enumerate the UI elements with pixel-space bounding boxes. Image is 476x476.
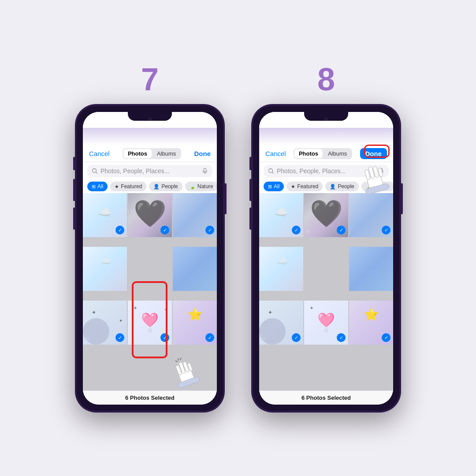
- toolbar-tabs-7: Photos Albums: [123, 148, 181, 159]
- toolbar-tabs-8: Photos Albums: [294, 148, 352, 159]
- sparkle-top-8: ✦: [309, 305, 314, 311]
- photo-cell-7-1[interactable]: ☁️ ✓: [83, 193, 127, 237]
- chip-featured-8[interactable]: ★ Featured: [286, 182, 323, 191]
- notch-8: [304, 112, 348, 121]
- heart-fav-8-2: ♡: [306, 229, 311, 235]
- chip-featured-label-7: Featured: [121, 183, 142, 190]
- done-button-7[interactable]: Done: [194, 150, 211, 157]
- photo-cell-7-2[interactable]: 🖤 ✓: [128, 193, 172, 237]
- toolbar-8: Cancel Photos Albums Done: [259, 145, 393, 162]
- star-icon-8: ★: [291, 184, 295, 190]
- chip-nature-label-7: Nature: [197, 183, 213, 190]
- photo-cell-8-3[interactable]: ✓: [349, 193, 393, 237]
- phone-screen-7: Cancel Photos Albums Done Photos: [83, 112, 217, 405]
- photo-cell-7-7[interactable]: 🩷 ✦ ✦ ☆ ✓: [128, 301, 172, 345]
- star-icon-7: ★: [115, 184, 119, 190]
- cancel-button-7[interactable]: Cancel: [89, 150, 110, 157]
- photo-cell-7-5[interactable]: [173, 247, 217, 291]
- sparkle-8-1: ✦: [268, 309, 272, 316]
- filter-chips-8: ⊞ All ★ Featured 👤 People 🍃: [259, 180, 393, 193]
- photos-selected-label-7: 6 Photos Selected: [125, 394, 175, 401]
- svg-line-16: [272, 172, 274, 174]
- photo-grid-8: ☁️ ✓ 🖤 ♡ ✓ ✓ ☁️: [259, 193, 393, 390]
- photo-cell-8-6[interactable]: ✦ ♡ ✓: [259, 301, 303, 345]
- search-bar-7[interactable]: Photos, People, Places...: [87, 165, 212, 177]
- select-badge-7-6: ✓: [115, 333, 124, 342]
- sparkle-right-7: ✦: [164, 307, 167, 312]
- person-icon-7: 👤: [153, 184, 160, 190]
- heart-pink-8: 🩷: [317, 312, 335, 328]
- select-badge-8-2: ✓: [337, 226, 346, 234]
- step-7-number: 7: [141, 63, 159, 95]
- phone-inner-8: Cancel Photos Albums Done Photos: [253, 106, 399, 411]
- tab-albums-8[interactable]: Albums: [324, 149, 351, 158]
- cloud-deco-7-1: ☁️: [98, 206, 112, 219]
- search-bar-8[interactable]: Photos, People, Places...: [264, 165, 389, 177]
- chip-people-label-7: People: [161, 183, 178, 190]
- photo-cell-7-4[interactable]: ☁️: [83, 247, 127, 291]
- phone-screen-8: Cancel Photos Albums Done Photos: [259, 112, 393, 405]
- chip-nature-7[interactable]: 🍃 Nature: [185, 182, 217, 191]
- select-badge-7-3: ✓: [205, 226, 214, 234]
- phone-frame-8: Cancel Photos Albums Done Photos: [251, 104, 401, 413]
- star-bottom-8: ☆: [324, 327, 329, 334]
- tab-photos-8[interactable]: Photos: [294, 149, 323, 158]
- chip-people-7[interactable]: 👤 People: [149, 182, 182, 191]
- chip-all-label-8: All: [274, 183, 279, 190]
- photos-selected-label-8: 6 Photos Selected: [301, 394, 351, 401]
- search-icon-7: [92, 168, 98, 174]
- chip-all-7[interactable]: ⊞ All: [87, 182, 108, 191]
- search-icon-8: [268, 168, 274, 174]
- select-badge-7-7: ✓: [160, 333, 169, 342]
- photo-cell-8-2[interactable]: 🖤 ♡ ✓: [304, 193, 348, 237]
- cloud-small-8: ☁️: [277, 256, 288, 266]
- photo-cell-8-5[interactable]: [349, 247, 393, 291]
- camera-dot-7: [148, 117, 152, 121]
- step-8-container: 8 Cancel: [251, 63, 401, 413]
- photo-cell-8-4[interactable]: ☁️: [259, 247, 303, 291]
- chip-nature-label-8: Nature: [374, 183, 390, 190]
- select-badge-8-6: ✓: [292, 333, 301, 342]
- chip-featured-7[interactable]: ★ Featured: [110, 182, 146, 191]
- top-deco-7: [83, 128, 217, 145]
- photo-cell-7-6[interactable]: ✦ ✦ ♡ ✓: [83, 301, 127, 345]
- phone-frame-7: Cancel Photos Albums Done Photos: [75, 104, 225, 413]
- grid-icon-7: ⊞: [92, 184, 96, 190]
- phone-7: Cancel Photos Albums Done Photos: [75, 104, 225, 413]
- done-button-8[interactable]: Done: [360, 148, 387, 159]
- chip-people-8[interactable]: 👤 People: [325, 182, 358, 191]
- step-7-container: 7 Cancel: [75, 63, 225, 413]
- select-badge-7-2: ✓: [160, 226, 169, 234]
- tab-photos-7[interactable]: Photos: [123, 149, 152, 158]
- chip-featured-label-8: Featured: [297, 183, 318, 190]
- photo-cell-8-8[interactable]: ⭐ ✓: [349, 301, 393, 345]
- side-button-power: [225, 183, 227, 214]
- cancel-button-8[interactable]: Cancel: [265, 150, 286, 157]
- chip-all-8[interactable]: ⊞ All: [264, 182, 284, 191]
- chip-nature-8[interactable]: 🍃 Nature: [361, 182, 393, 191]
- photo-cell-7-3[interactable]: ✓: [173, 193, 217, 237]
- svg-line-1: [96, 172, 97, 174]
- photo-cell-8-1[interactable]: ☁️ ✓: [259, 193, 303, 237]
- heart-fav-8-6: ♡: [261, 337, 266, 342]
- cloud-small-7: ☁️: [100, 256, 112, 266]
- sparkle-7-2: ✦: [119, 318, 123, 323]
- heart-fav-7-6: ♡: [85, 337, 89, 342]
- side-button-power-8: [401, 183, 403, 214]
- mic-icon-8: [378, 168, 384, 174]
- select-badge-8-8: ✓: [382, 333, 390, 342]
- mic-icon-7: [202, 168, 208, 174]
- chip-all-label-7: All: [97, 183, 103, 190]
- notch-7: [128, 112, 172, 121]
- notch-area-7: [83, 112, 217, 128]
- search-placeholder-7: Photos, People, Places...: [100, 167, 199, 175]
- chip-people-label-8: People: [338, 183, 354, 190]
- tab-albums-7[interactable]: Albums: [152, 149, 180, 158]
- photo-cell-8-7[interactable]: 🩷 ✦ ☆ ✓: [304, 301, 348, 345]
- filter-chips-7: ⊞ All ★ Featured 👤 People 🍃: [83, 180, 217, 193]
- star-deco-7: ⭐: [187, 307, 203, 322]
- person-icon-8: 👤: [330, 184, 336, 190]
- svg-rect-17: [380, 168, 382, 172]
- photo-cell-7-8[interactable]: ⭐ ✓: [173, 301, 217, 345]
- select-badge-7-1: ✓: [115, 226, 124, 234]
